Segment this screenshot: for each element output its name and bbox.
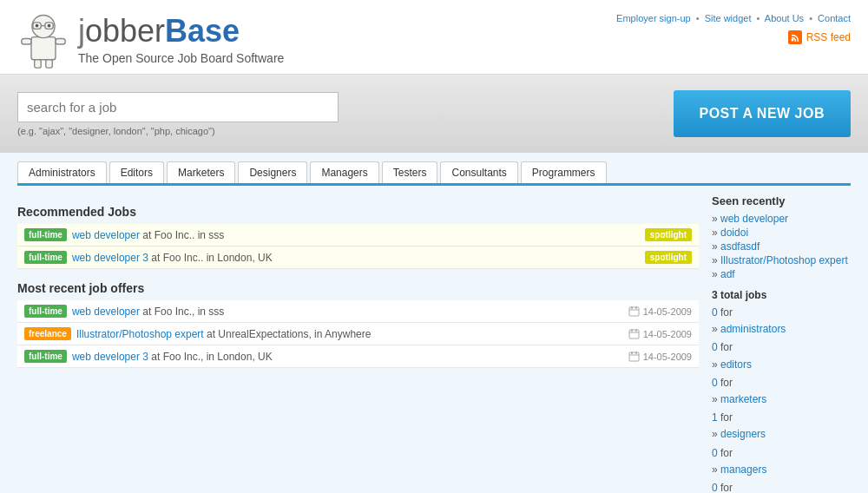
- job-type-badge: freelance: [24, 327, 71, 340]
- job-date: 14-05-2009: [628, 328, 692, 339]
- nav-links: Employer sign-up • Site widget • About U…: [616, 13, 851, 23]
- svg-rect-0: [31, 37, 56, 60]
- rss-icon: [788, 30, 802, 44]
- rss-area: RSS feed: [616, 30, 851, 44]
- main-content: AdministratorsEditorsMarketersDesignersM…: [0, 153, 868, 493]
- job-title-link[interactable]: web developer 3: [72, 252, 148, 264]
- stat-category-link[interactable]: designers: [712, 426, 851, 443]
- category-tab-editors[interactable]: Editors: [109, 161, 164, 183]
- stat-count: 0: [712, 377, 718, 389]
- stat-category-link[interactable]: administrators: [712, 321, 851, 338]
- job-info: web developer 3 at Foo Inc., in London, …: [72, 351, 623, 363]
- search-area: (e.g. "ajax", "designer, london", "php, …: [0, 75, 868, 153]
- svg-rect-20: [629, 352, 639, 361]
- sidebar-stat-line: 1 for designers: [712, 410, 851, 443]
- category-tab-programmers[interactable]: Programmers: [521, 161, 607, 183]
- recent-jobs: full-time web developer at Foo Inc., in …: [17, 300, 699, 368]
- category-tabs: AdministratorsEditorsMarketersDesignersM…: [17, 153, 851, 186]
- recent-job-row: full-time web developer at Foo Inc., in …: [17, 300, 699, 323]
- logo-area: jobberBase The Open Source Job Board Sof…: [17, 9, 284, 69]
- svg-rect-8: [46, 60, 52, 68]
- recent-job-row: full-time web developer 3 at Foo Inc., i…: [17, 345, 699, 368]
- svg-rect-12: [629, 307, 639, 316]
- search-left: (e.g. "ajax", "designer, london", "php, …: [17, 92, 674, 136]
- rss-label[interactable]: RSS feed: [806, 31, 851, 43]
- recommended-jobs: full-time web developer at Foo Inc.. in …: [17, 224, 699, 269]
- job-date: 14-05-2009: [628, 306, 692, 317]
- svg-rect-7: [35, 60, 41, 68]
- sidebar-stats: 3 total jobs 0 for administrators0 for e…: [712, 289, 851, 493]
- sidebar-recent-link[interactable]: asdfasdf: [712, 240, 851, 253]
- job-date: 14-05-2009: [628, 351, 692, 362]
- header-right: Employer sign-up • Site widget • About U…: [616, 9, 851, 44]
- recent-title: Most recent job offers: [17, 281, 699, 295]
- job-type-badge: full-time: [24, 228, 67, 241]
- search-hint: (e.g. "ajax", "designer, london", "php, …: [17, 126, 674, 136]
- recent-job-row: freelance Illustrator/Photoshop expert a…: [17, 323, 699, 345]
- svg-point-5: [36, 24, 39, 28]
- about-us-link[interactable]: About Us: [765, 13, 804, 23]
- calendar-icon: [628, 328, 640, 339]
- sidebar-stat-line: 0 for managers: [712, 445, 851, 478]
- stat-category-link[interactable]: managers: [712, 462, 851, 478]
- site-widget-link[interactable]: Site widget: [705, 13, 752, 23]
- sidebar-recent-link[interactable]: doidoi: [712, 227, 851, 239]
- stat-category-link[interactable]: editors: [712, 357, 851, 373]
- category-tab-testers[interactable]: Testers: [382, 161, 438, 183]
- job-info: web developer at Foo Inc.. in sss: [72, 229, 640, 241]
- stat-count: 0: [712, 447, 718, 459]
- category-tab-marketers[interactable]: Marketers: [167, 161, 235, 183]
- recommended-job-row: full-time web developer at Foo Inc.. in …: [17, 224, 699, 246]
- svg-point-6: [48, 24, 51, 28]
- svg-rect-9: [22, 39, 31, 45]
- logo-robot: [17, 9, 69, 69]
- logo-text: jobberBase: [78, 13, 284, 49]
- right-column: Seen recently web developerdoidoiasdfasd…: [712, 194, 851, 493]
- logo-subtitle: The Open Source Job Board Software: [78, 51, 284, 65]
- sidebar-stat-line: 0 for administrators: [712, 305, 851, 338]
- job-info: web developer at Foo Inc., in sss: [72, 306, 623, 318]
- spotlight-badge: spotlight: [645, 251, 692, 264]
- sidebar-total: 3 total jobs: [712, 289, 851, 301]
- sidebar-recent-link[interactable]: web developer: [712, 213, 851, 225]
- job-title-link[interactable]: web developer 3: [72, 351, 148, 363]
- post-job-button[interactable]: POST A NEW JOB: [674, 90, 852, 137]
- svg-point-1: [32, 15, 55, 37]
- stat-count: 0: [712, 306, 718, 319]
- sidebar-stat-line: 0 for testers: [712, 480, 851, 493]
- contact-link[interactable]: Contact: [818, 13, 851, 23]
- sidebar-recent-link[interactable]: adf: [712, 268, 851, 280]
- stat-count: 0: [712, 482, 718, 493]
- svg-rect-10: [56, 39, 65, 45]
- job-info: Illustrator/Photoshop expert at UnrealEx…: [76, 328, 623, 340]
- calendar-icon: [628, 306, 640, 317]
- sidebar-stat-line: 0 for editors: [712, 339, 851, 372]
- job-title-link[interactable]: Illustrator/Photoshop expert: [76, 328, 204, 340]
- category-tab-managers[interactable]: Managers: [310, 161, 378, 183]
- category-tab-designers[interactable]: Designers: [238, 161, 307, 183]
- header: jobberBase The Open Source Job Board Sof…: [0, 0, 868, 75]
- stat-category-link[interactable]: marketers: [712, 391, 851, 408]
- stat-count: 0: [712, 341, 718, 353]
- stat-count: 1: [712, 411, 718, 424]
- recommended-title: Recommended Jobs: [17, 205, 699, 219]
- category-tab-administrators[interactable]: Administrators: [17, 161, 107, 183]
- sidebar-recent-link[interactable]: Illustrator/Photoshop expert: [712, 254, 851, 266]
- sidebar-links: web developerdoidoiasdfasdfIllustrator/P…: [712, 213, 851, 280]
- sidebar-title: Seen recently: [712, 194, 851, 207]
- recommended-job-row: full-time web developer 3 at Foo Inc.. i…: [17, 246, 699, 269]
- content-area: Recommended Jobs full-time web developer…: [17, 194, 851, 493]
- svg-point-11: [791, 39, 793, 42]
- left-column: Recommended Jobs full-time web developer…: [17, 194, 699, 493]
- category-tab-consultants[interactable]: Consultants: [440, 161, 517, 183]
- employer-signup-link[interactable]: Employer sign-up: [616, 13, 691, 23]
- job-title-link[interactable]: web developer: [72, 229, 140, 241]
- calendar-icon: [628, 351, 640, 362]
- job-type-badge: full-time: [24, 350, 67, 363]
- job-type-badge: full-time: [24, 305, 67, 318]
- spotlight-badge: spotlight: [645, 228, 692, 241]
- svg-rect-16: [629, 330, 639, 339]
- sidebar-stat-lines: 0 for administrators0 for editors0 for m…: [712, 305, 851, 493]
- job-title-link[interactable]: web developer: [72, 306, 140, 318]
- search-input[interactable]: [17, 92, 339, 122]
